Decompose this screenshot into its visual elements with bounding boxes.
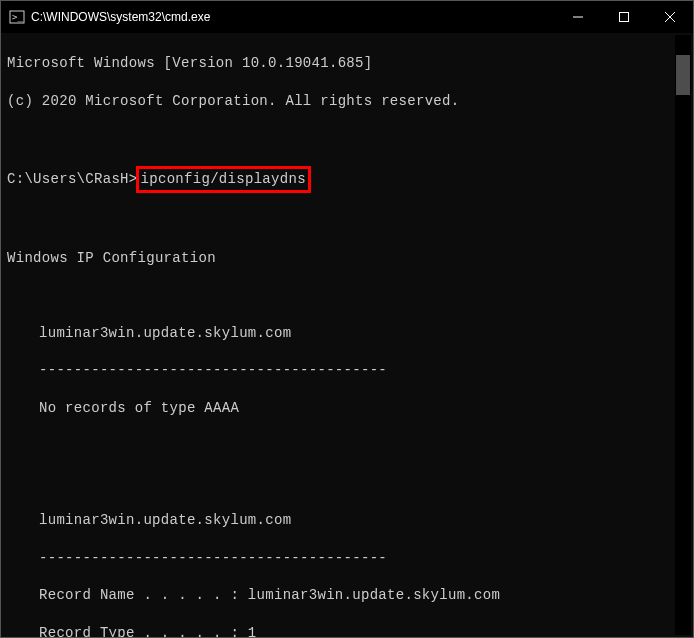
cmd-icon: >_ (9, 9, 25, 25)
window-titlebar: >_ C:\WINDOWS\system32\cmd.exe (1, 1, 693, 33)
block2-record-name: Record Name . . . . . : luminar3win.upda… (7, 586, 687, 605)
close-button[interactable] (647, 1, 693, 33)
window-title: C:\WINDOWS\system32\cmd.exe (31, 10, 210, 24)
prompt-prefix: C:\Users\CRasH> (7, 171, 138, 187)
command-highlight: ipconfig/displaydns (136, 166, 311, 193)
block2-host: luminar3win.update.skylum.com (7, 511, 687, 530)
block1-host: luminar3win.update.skylum.com (7, 324, 687, 343)
window-controls (555, 1, 693, 33)
copyright-line: (c) 2020 Microsoft Corporation. All righ… (7, 92, 687, 111)
block2-record-type: Record Type . . . . . : 1 (7, 624, 687, 638)
blank-line (7, 129, 687, 147)
titlebar-left: >_ C:\WINDOWS\system32\cmd.exe (9, 9, 210, 25)
scrollbar-thumb[interactable] (676, 55, 690, 95)
minimize-button[interactable] (555, 1, 601, 33)
vertical-scrollbar[interactable] (675, 35, 691, 635)
prompt-line: C:\Users\CRasH>ipconfig/displaydns (7, 166, 687, 193)
blank-line (7, 212, 687, 230)
version-line: Microsoft Windows [Version 10.0.19041.68… (7, 54, 687, 73)
block1-divider: ---------------------------------------- (7, 361, 687, 380)
svg-rect-3 (620, 13, 629, 22)
svg-text:>_: >_ (12, 12, 23, 22)
block1-message: No records of type AAAA (7, 399, 687, 418)
command-text: ipconfig/displaydns (141, 171, 306, 187)
blank-line (7, 287, 687, 305)
block2-divider: ---------------------------------------- (7, 549, 687, 568)
maximize-button[interactable] (601, 1, 647, 33)
blank-line (7, 437, 687, 455)
config-header: Windows IP Configuration (7, 249, 687, 268)
blank-line (7, 474, 687, 492)
terminal-output: Microsoft Windows [Version 10.0.19041.68… (1, 33, 693, 638)
